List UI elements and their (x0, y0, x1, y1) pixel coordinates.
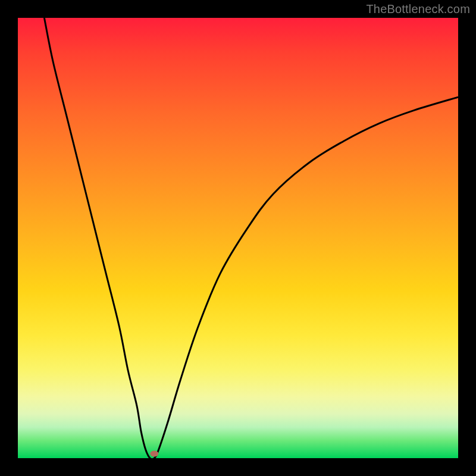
frame-border-right (458, 0, 476, 476)
watermark-text: TheBottleneck.com (366, 2, 470, 16)
bottleneck-curve (18, 18, 458, 458)
frame-border-left (0, 0, 18, 476)
plot-area (18, 18, 458, 458)
frame-border-bottom (0, 458, 476, 476)
chart-frame: TheBottleneck.com (0, 0, 476, 476)
curve-minimum-marker (150, 451, 158, 457)
